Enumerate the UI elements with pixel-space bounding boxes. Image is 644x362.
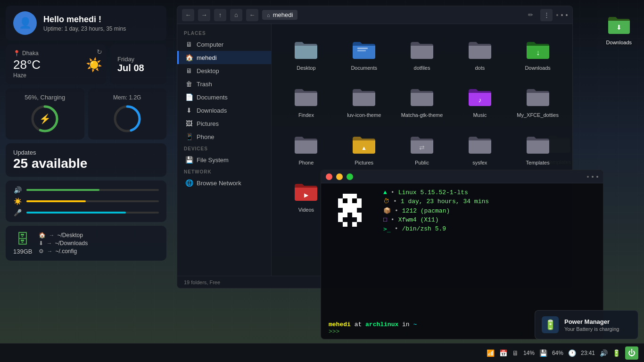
storage-link-config[interactable]: ⚙ → ~/.config [39, 248, 88, 255]
pictures-folder-icon: ▲ [351, 131, 377, 156]
svg-rect-13 [347, 194, 352, 198]
sidebar-item-filesystem[interactable]: 💾 File System [177, 153, 271, 166]
file-item-findex[interactable]: Findex [279, 79, 333, 122]
fm-current-path: mehedi [273, 11, 293, 18]
battery-taskbar-icon[interactable]: 🔋 [612, 349, 620, 357]
updates-card: Updates 25 available [6, 143, 166, 177]
svg-rect-35 [352, 222, 357, 227]
date-full: Jul 08 [117, 63, 144, 74]
file-item-dots[interactable]: dots [453, 32, 507, 75]
window-controls [556, 14, 568, 16]
file-item-music[interactable]: ♪ Music [453, 79, 507, 122]
sidebar-item-documents[interactable]: 📄 Documents [177, 90, 271, 104]
file-item-pictures[interactable]: ▲ Pictures [337, 126, 391, 170]
fm-sidebar: Places 🖥 Computer 🏠 mehedi 🖥 Desktop 🗑 T… [177, 24, 272, 276]
fm-up-button[interactable]: ↑ [214, 9, 226, 21]
taskbar-right: 📶 📅 🖥 14% 💾 64% 🕐 23:41 🔊 🔋 ⏻ [487, 346, 638, 360]
term-window-dots [587, 176, 598, 178]
fm-status-text: 19 folders, Free [184, 280, 220, 285]
storage-link-downloads[interactable]: ⬇ → ~/Downloads [39, 240, 88, 247]
mic-track[interactable] [26, 212, 159, 214]
weather-desc: Haze [13, 72, 99, 79]
arrow-icon: → [49, 232, 54, 239]
refresh-icon[interactable]: ↻ [97, 48, 102, 56]
file-item-findex-label: Findex [298, 112, 314, 118]
file-item-luv-icon-theme[interactable]: luv-icon-theme [337, 79, 391, 122]
fm-forward-button[interactable]: → [198, 9, 210, 21]
svg-rect-21 [343, 203, 347, 208]
power-button[interactable]: ⏻ [625, 346, 638, 360]
fm-back-button[interactable]: ← [182, 9, 194, 21]
greeting-uptime: Uptime: 1 day, 23 hours, 35 mins [43, 25, 126, 32]
wifi-icon[interactable]: 📶 [487, 349, 495, 357]
memory-usage: 64% [552, 350, 563, 356]
calendar-icon[interactable]: 📅 [499, 349, 507, 357]
file-item-sysfex[interactable]: sysfex [453, 126, 507, 170]
prompt-arrow: >>> [329, 328, 339, 335]
sidebar-item-downloads[interactable]: ⬇ Downloads [177, 104, 271, 117]
brightness-fill [26, 200, 86, 202]
nf-pkgs-icon: 📦 [383, 207, 391, 214]
sidebar-item-desktop[interactable]: 🖥 Desktop [177, 64, 271, 77]
term-close-btn[interactable] [326, 173, 332, 180]
svg-rect-18 [352, 198, 357, 203]
volume-taskbar-icon[interactable]: 🔊 [600, 349, 608, 357]
file-item-downloads[interactable]: ↓ Downloads [511, 32, 565, 75]
documents-icon: 📄 [185, 93, 193, 101]
storage-link-desktop[interactable]: 🏠 → ~/Desktop [39, 232, 88, 239]
svg-rect-29 [343, 213, 347, 217]
trash-icon: 🗑 [185, 80, 193, 88]
date-card: Friday Jul 08 [110, 44, 166, 84]
svg-rect-5 [357, 48, 368, 49]
downloads-folder-icon-grid: ↓ [525, 36, 551, 62]
nf-shell-icon: >_ [383, 225, 391, 232]
avatar: 👤 [13, 11, 37, 35]
storage-disk-icon: 🗄 [16, 231, 29, 247]
desktop-icon-downloads[interactable]: ⬇ Downloads [603, 9, 635, 48]
sidebar-item-phone[interactable]: 📱 Phone [177, 130, 271, 143]
download-icon: ⬇ [39, 240, 43, 247]
templates-folder-icon-grid [525, 131, 551, 156]
fm-edit-button[interactable]: ✏ [524, 9, 537, 21]
sidebar-item-computer[interactable]: 🖥 Computer [177, 38, 271, 51]
fm-parent-button[interactable]: ← [246, 9, 258, 21]
svg-rect-6 [357, 50, 366, 51]
arrow-icon-2: → [46, 240, 52, 247]
brightness-track[interactable] [26, 200, 159, 202]
clock-time: 23:41 [581, 350, 595, 356]
nf-pkgs-text: 1212 (pacman) [402, 207, 450, 214]
file-item-xfce-dotties[interactable]: My_XFCE_dotties [511, 79, 565, 122]
file-item-desktop[interactable]: Desktop [279, 32, 333, 75]
svg-rect-16 [343, 198, 347, 203]
file-item-public[interactable]: ⇄ Public [395, 126, 449, 170]
file-item-phone[interactable]: Phone [279, 126, 333, 170]
file-item-dotfiles[interactable]: dotfiles [395, 32, 449, 75]
file-item-matcha-label: Matcha-gtk-theme [401, 112, 443, 118]
volume-slider-row: 🔊 [13, 186, 159, 194]
sidebar-documents-label: Documents [197, 94, 228, 101]
sidebar-item-mehedi[interactable]: 🏠 mehedi [177, 51, 271, 64]
power-subtitle: Your Battery is charging [564, 326, 631, 332]
prompt-host: archlinux [365, 321, 398, 328]
file-item-templates[interactable]: Templates [511, 126, 565, 170]
nf-wm-icon: □ [383, 216, 387, 223]
fm-menu-button[interactable]: ⋮ [540, 9, 553, 21]
term-minimize-btn[interactable] [336, 173, 343, 180]
file-item-matcha-gtk[interactable]: Matcha-gtk-theme [395, 79, 449, 122]
desktop-path: ~/Desktop [57, 232, 83, 239]
mic-slider-row: 🎤 [13, 209, 159, 216]
fm-home-button[interactable]: ⌂ [230, 9, 242, 21]
volume-track[interactable] [26, 189, 159, 191]
file-item-luv-icon-theme-label: luv-icon-theme [347, 112, 381, 118]
fm-path-tab[interactable]: ⌂ mehedi [262, 10, 297, 20]
neofetch-art [329, 189, 376, 313]
svg-rect-12 [343, 194, 347, 198]
battery-mem-row: 56%, Charging ⚡ Mem: 1.2G [6, 88, 166, 140]
sidebar-item-browse-network[interactable]: 🌐 Browse Network [177, 176, 271, 189]
sidebar-item-trash[interactable]: 🗑 Trash [177, 77, 271, 90]
desktop-icons-area: ⬇ Downloads [603, 9, 635, 48]
svg-rect-22 [347, 203, 352, 208]
file-item-documents[interactable]: Documents [337, 32, 391, 75]
term-maximize-btn[interactable] [347, 173, 353, 180]
sidebar-item-pictures[interactable]: 🖼 Pictures [177, 117, 271, 130]
